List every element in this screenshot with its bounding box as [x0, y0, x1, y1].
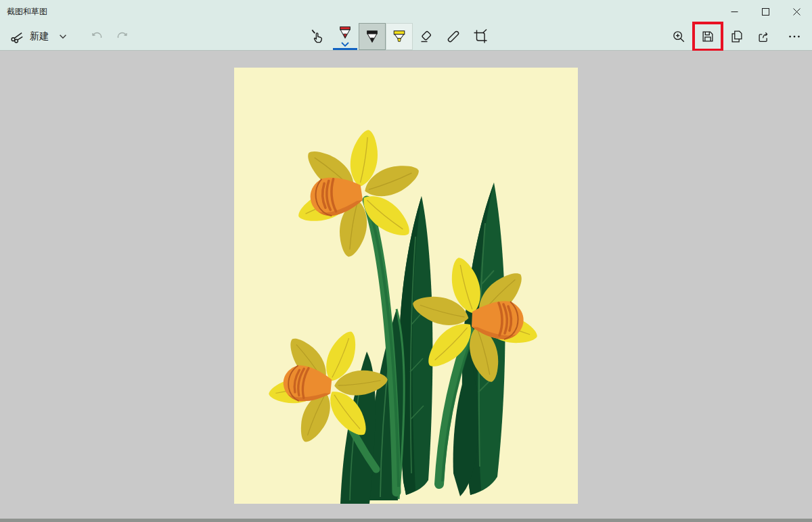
new-snip-label: 新建	[30, 30, 49, 43]
close-button[interactable]	[781, 0, 812, 23]
selected-tool-indicator	[333, 48, 357, 50]
save-button[interactable]	[692, 22, 723, 51]
copy-button[interactable]	[723, 23, 750, 50]
crop-icon	[472, 28, 489, 45]
share-button[interactable]	[750, 23, 777, 50]
eraser-button[interactable]	[413, 23, 440, 50]
highlighter-button[interactable]	[386, 23, 413, 50]
titlebar: 截图和草图	[0, 0, 812, 23]
chevron-down-icon	[58, 32, 68, 41]
ruler-icon	[445, 28, 461, 45]
new-snip-button[interactable]: 新建	[5, 26, 53, 47]
redo-icon	[116, 29, 131, 44]
new-snip-dropdown-button[interactable]	[53, 26, 73, 47]
redo-button[interactable]	[110, 23, 137, 50]
touch-writing-button[interactable]	[304, 23, 332, 50]
more-button[interactable]	[781, 23, 808, 50]
highlighter-icon	[392, 29, 407, 44]
toolbar-center-group	[304, 23, 494, 50]
share-icon	[757, 29, 771, 44]
more-icon	[787, 29, 802, 44]
undo-button[interactable]	[83, 23, 110, 50]
close-icon	[793, 8, 800, 16]
scissors-icon	[9, 29, 24, 44]
zoom-icon	[671, 29, 686, 44]
zoom-button[interactable]	[665, 23, 692, 50]
eraser-icon	[418, 28, 434, 45]
undo-icon	[89, 29, 104, 44]
editing-canvas	[0, 51, 812, 522]
window-bottom-edge	[0, 519, 812, 522]
crop-button[interactable]	[467, 23, 494, 50]
pen-options-chevron-icon	[340, 42, 350, 47]
minimize-button[interactable]	[719, 0, 750, 23]
save-icon	[700, 29, 715, 44]
daffodil-illustration[interactable]	[234, 68, 578, 504]
maximize-icon	[762, 8, 769, 16]
copy-icon	[729, 29, 744, 44]
ballpoint-pen-button[interactable]	[332, 23, 359, 50]
ballpoint-pen-icon	[338, 25, 353, 40]
minimize-icon	[731, 8, 738, 16]
pencil-icon	[365, 29, 380, 44]
toolbar-left-group: 新建	[5, 23, 137, 50]
touch-writing-icon	[310, 28, 326, 45]
maximize-button[interactable]	[750, 0, 781, 23]
app-title: 截图和草图	[0, 6, 47, 18]
toolbar-right-group	[665, 23, 808, 50]
ruler-button[interactable]	[440, 23, 467, 50]
toolbar: 新建	[0, 23, 812, 51]
pencil-button[interactable]	[359, 23, 386, 50]
window-controls	[719, 0, 812, 23]
